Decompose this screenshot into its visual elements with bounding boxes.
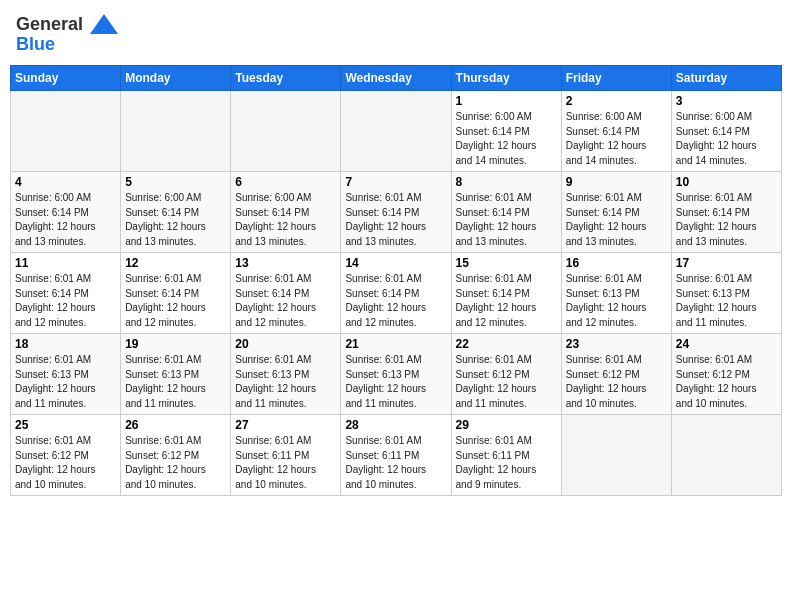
calendar-cell: 13Sunrise: 6:01 AM Sunset: 6:14 PM Dayli… <box>231 253 341 334</box>
weekday-header-friday: Friday <box>561 66 671 91</box>
day-number: 18 <box>15 337 116 351</box>
day-number: 7 <box>345 175 446 189</box>
day-info: Sunrise: 6:01 AM Sunset: 6:13 PM Dayligh… <box>15 353 116 411</box>
day-info: Sunrise: 6:01 AM Sunset: 6:14 PM Dayligh… <box>235 272 336 330</box>
day-number: 2 <box>566 94 667 108</box>
day-info: Sunrise: 6:00 AM Sunset: 6:14 PM Dayligh… <box>676 110 777 168</box>
weekday-header-thursday: Thursday <box>451 66 561 91</box>
day-number: 29 <box>456 418 557 432</box>
calendar-cell: 3Sunrise: 6:00 AM Sunset: 6:14 PM Daylig… <box>671 91 781 172</box>
day-number: 6 <box>235 175 336 189</box>
day-info: Sunrise: 6:01 AM Sunset: 6:12 PM Dayligh… <box>566 353 667 411</box>
calendar-table: SundayMondayTuesdayWednesdayThursdayFrid… <box>10 65 782 496</box>
calendar-cell <box>121 91 231 172</box>
day-number: 24 <box>676 337 777 351</box>
calendar-cell <box>11 91 121 172</box>
day-number: 11 <box>15 256 116 270</box>
day-info: Sunrise: 6:01 AM Sunset: 6:14 PM Dayligh… <box>345 272 446 330</box>
calendar-cell: 5Sunrise: 6:00 AM Sunset: 6:14 PM Daylig… <box>121 172 231 253</box>
day-number: 16 <box>566 256 667 270</box>
day-info: Sunrise: 6:01 AM Sunset: 6:14 PM Dayligh… <box>345 191 446 249</box>
day-info: Sunrise: 6:01 AM Sunset: 6:14 PM Dayligh… <box>125 272 226 330</box>
weekday-header-sunday: Sunday <box>11 66 121 91</box>
calendar-cell <box>671 415 781 496</box>
calendar-cell <box>561 415 671 496</box>
calendar-cell: 9Sunrise: 6:01 AM Sunset: 6:14 PM Daylig… <box>561 172 671 253</box>
weekday-header-wednesday: Wednesday <box>341 66 451 91</box>
day-number: 3 <box>676 94 777 108</box>
day-info: Sunrise: 6:01 AM Sunset: 6:14 PM Dayligh… <box>566 191 667 249</box>
day-info: Sunrise: 6:01 AM Sunset: 6:12 PM Dayligh… <box>456 353 557 411</box>
day-info: Sunrise: 6:00 AM Sunset: 6:14 PM Dayligh… <box>15 191 116 249</box>
weekday-header-monday: Monday <box>121 66 231 91</box>
day-info: Sunrise: 6:01 AM Sunset: 6:12 PM Dayligh… <box>676 353 777 411</box>
day-number: 12 <box>125 256 226 270</box>
day-info: Sunrise: 6:01 AM Sunset: 6:11 PM Dayligh… <box>235 434 336 492</box>
calendar-cell: 18Sunrise: 6:01 AM Sunset: 6:13 PM Dayli… <box>11 334 121 415</box>
weekday-header-saturday: Saturday <box>671 66 781 91</box>
day-info: Sunrise: 6:00 AM Sunset: 6:14 PM Dayligh… <box>456 110 557 168</box>
logo-icon <box>90 14 118 36</box>
calendar-cell: 6Sunrise: 6:00 AM Sunset: 6:14 PM Daylig… <box>231 172 341 253</box>
calendar-cell <box>231 91 341 172</box>
calendar-cell: 12Sunrise: 6:01 AM Sunset: 6:14 PM Dayli… <box>121 253 231 334</box>
calendar-cell: 16Sunrise: 6:01 AM Sunset: 6:13 PM Dayli… <box>561 253 671 334</box>
calendar-cell <box>341 91 451 172</box>
calendar-cell: 14Sunrise: 6:01 AM Sunset: 6:14 PM Dayli… <box>341 253 451 334</box>
day-info: Sunrise: 6:01 AM Sunset: 6:13 PM Dayligh… <box>125 353 226 411</box>
day-number: 25 <box>15 418 116 432</box>
calendar-cell: 19Sunrise: 6:01 AM Sunset: 6:13 PM Dayli… <box>121 334 231 415</box>
day-number: 10 <box>676 175 777 189</box>
day-info: Sunrise: 6:00 AM Sunset: 6:14 PM Dayligh… <box>125 191 226 249</box>
calendar-cell: 1Sunrise: 6:00 AM Sunset: 6:14 PM Daylig… <box>451 91 561 172</box>
day-info: Sunrise: 6:01 AM Sunset: 6:14 PM Dayligh… <box>676 191 777 249</box>
day-info: Sunrise: 6:00 AM Sunset: 6:14 PM Dayligh… <box>235 191 336 249</box>
weekday-header-tuesday: Tuesday <box>231 66 341 91</box>
calendar-cell: 15Sunrise: 6:01 AM Sunset: 6:14 PM Dayli… <box>451 253 561 334</box>
calendar-cell: 7Sunrise: 6:01 AM Sunset: 6:14 PM Daylig… <box>341 172 451 253</box>
calendar-cell: 4Sunrise: 6:00 AM Sunset: 6:14 PM Daylig… <box>11 172 121 253</box>
calendar-cell: 11Sunrise: 6:01 AM Sunset: 6:14 PM Dayli… <box>11 253 121 334</box>
svg-marker-0 <box>90 14 118 34</box>
day-number: 27 <box>235 418 336 432</box>
day-number: 17 <box>676 256 777 270</box>
calendar-cell: 17Sunrise: 6:01 AM Sunset: 6:13 PM Dayli… <box>671 253 781 334</box>
day-number: 20 <box>235 337 336 351</box>
day-info: Sunrise: 6:01 AM Sunset: 6:12 PM Dayligh… <box>125 434 226 492</box>
day-number: 9 <box>566 175 667 189</box>
day-info: Sunrise: 6:01 AM Sunset: 6:14 PM Dayligh… <box>15 272 116 330</box>
calendar-cell: 10Sunrise: 6:01 AM Sunset: 6:14 PM Dayli… <box>671 172 781 253</box>
day-info: Sunrise: 6:01 AM Sunset: 6:11 PM Dayligh… <box>456 434 557 492</box>
day-number: 14 <box>345 256 446 270</box>
day-number: 22 <box>456 337 557 351</box>
calendar-cell: 2Sunrise: 6:00 AM Sunset: 6:14 PM Daylig… <box>561 91 671 172</box>
day-number: 15 <box>456 256 557 270</box>
calendar-cell: 23Sunrise: 6:01 AM Sunset: 6:12 PM Dayli… <box>561 334 671 415</box>
day-number: 21 <box>345 337 446 351</box>
day-number: 19 <box>125 337 226 351</box>
calendar-cell: 28Sunrise: 6:01 AM Sunset: 6:11 PM Dayli… <box>341 415 451 496</box>
day-number: 8 <box>456 175 557 189</box>
calendar-cell: 27Sunrise: 6:01 AM Sunset: 6:11 PM Dayli… <box>231 415 341 496</box>
day-number: 13 <box>235 256 336 270</box>
calendar-cell: 29Sunrise: 6:01 AM Sunset: 6:11 PM Dayli… <box>451 415 561 496</box>
calendar-cell: 8Sunrise: 6:01 AM Sunset: 6:14 PM Daylig… <box>451 172 561 253</box>
day-number: 26 <box>125 418 226 432</box>
day-number: 1 <box>456 94 557 108</box>
calendar-cell: 26Sunrise: 6:01 AM Sunset: 6:12 PM Dayli… <box>121 415 231 496</box>
calendar-cell: 21Sunrise: 6:01 AM Sunset: 6:13 PM Dayli… <box>341 334 451 415</box>
day-number: 28 <box>345 418 446 432</box>
logo: General Blue <box>16 14 120 55</box>
day-info: Sunrise: 6:01 AM Sunset: 6:11 PM Dayligh… <box>345 434 446 492</box>
day-number: 23 <box>566 337 667 351</box>
page-header: General Blue <box>10 10 782 59</box>
calendar-cell: 24Sunrise: 6:01 AM Sunset: 6:12 PM Dayli… <box>671 334 781 415</box>
day-info: Sunrise: 6:00 AM Sunset: 6:14 PM Dayligh… <box>566 110 667 168</box>
day-info: Sunrise: 6:01 AM Sunset: 6:12 PM Dayligh… <box>15 434 116 492</box>
day-info: Sunrise: 6:01 AM Sunset: 6:14 PM Dayligh… <box>456 272 557 330</box>
calendar-cell: 22Sunrise: 6:01 AM Sunset: 6:12 PM Dayli… <box>451 334 561 415</box>
day-info: Sunrise: 6:01 AM Sunset: 6:13 PM Dayligh… <box>676 272 777 330</box>
day-number: 5 <box>125 175 226 189</box>
day-number: 4 <box>15 175 116 189</box>
calendar-cell: 20Sunrise: 6:01 AM Sunset: 6:13 PM Dayli… <box>231 334 341 415</box>
